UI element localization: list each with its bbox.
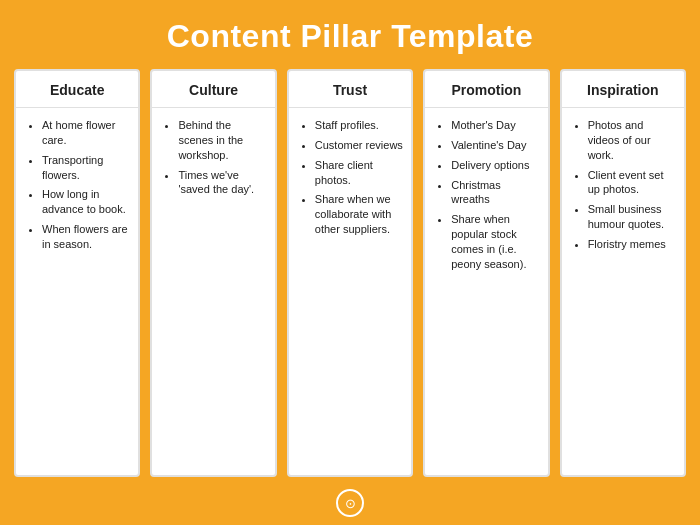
list-item: At home flower care. <box>42 118 130 148</box>
pillar-body-promotion: Mother's DayValentine's DayDelivery opti… <box>425 108 547 475</box>
list-item: Mother's Day <box>451 118 539 133</box>
list-item: Share when popular stock comes in (i.e. … <box>451 212 539 271</box>
list-item: Photos and videos of our work. <box>588 118 676 163</box>
footer-icon: ⊙ <box>336 489 364 517</box>
pillars-container: EducateAt home flower care.Transporting … <box>0 69 700 485</box>
list-item: Client event set up photos. <box>588 168 676 198</box>
pillar-body-culture: Behind the scenes in the workshop.Times … <box>152 108 274 475</box>
list-item: Share when we collaborate with other sup… <box>315 192 403 237</box>
pillar-title-promotion: Promotion <box>451 82 521 98</box>
list-item: Transporting flowers. <box>42 153 130 183</box>
pillar-educate: EducateAt home flower care.Transporting … <box>14 69 140 477</box>
pillar-title-culture: Culture <box>189 82 238 98</box>
pillar-title-inspiration: Inspiration <box>587 82 659 98</box>
list-item: Customer reviews <box>315 138 403 153</box>
list-item: Delivery options <box>451 158 539 173</box>
list-item: Staff profiles. <box>315 118 403 133</box>
pillar-inspiration: InspirationPhotos and videos of our work… <box>560 69 686 477</box>
list-item: Floristry memes <box>588 237 676 252</box>
pillar-header-culture: Culture <box>152 71 274 108</box>
pillar-header-educate: Educate <box>16 71 138 108</box>
footer: ⊙ <box>0 485 700 525</box>
pillar-body-inspiration: Photos and videos of our work.Client eve… <box>562 108 684 475</box>
list-item: Valentine's Day <box>451 138 539 153</box>
list-item: Times we've 'saved the day'. <box>178 168 266 198</box>
list-item: Small business humour quotes. <box>588 202 676 232</box>
pillar-header-promotion: Promotion <box>425 71 547 108</box>
pillar-header-inspiration: Inspiration <box>562 71 684 108</box>
list-item: How long in advance to book. <box>42 187 130 217</box>
pillar-title-trust: Trust <box>333 82 367 98</box>
pillar-promotion: PromotionMother's DayValentine's DayDeli… <box>423 69 549 477</box>
pillar-header-trust: Trust <box>289 71 411 108</box>
list-item: Christmas wreaths <box>451 178 539 208</box>
pillar-body-trust: Staff profiles.Customer reviewsShare cli… <box>289 108 411 475</box>
pillar-body-educate: At home flower care.Transporting flowers… <box>16 108 138 475</box>
pillar-trust: TrustStaff profiles.Customer reviewsShar… <box>287 69 413 477</box>
list-item: Behind the scenes in the workshop. <box>178 118 266 163</box>
list-item: When flowers are in season. <box>42 222 130 252</box>
pillar-culture: CultureBehind the scenes in the workshop… <box>150 69 276 477</box>
list-item: Share client photos. <box>315 158 403 188</box>
page-title: Content Pillar Template <box>0 0 700 69</box>
pillar-title-educate: Educate <box>50 82 104 98</box>
